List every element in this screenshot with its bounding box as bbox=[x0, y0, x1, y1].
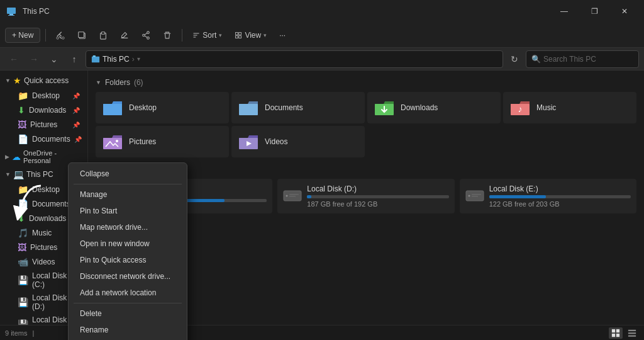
cursor: | bbox=[32, 329, 34, 337]
sidebar-pictures-label: Pictures bbox=[30, 120, 57, 129]
copy-button[interactable] bbox=[72, 28, 91, 42]
ctx-delete[interactable]: Delete bbox=[70, 305, 186, 322]
svg-rect-1 bbox=[9, 14, 13, 15]
quick-access-header[interactable]: ▼ ★ Quick access bbox=[0, 73, 87, 88]
pin-icon-dl: 📌 bbox=[72, 107, 80, 114]
svg-rect-2 bbox=[8, 15, 14, 16]
maximize-button[interactable]: ❐ bbox=[580, 1, 609, 21]
sidebar-item-pictures[interactable]: 🖼 Pictures 📌 bbox=[3, 118, 85, 132]
svg-rect-50 bbox=[612, 333, 615, 336]
pc-vid-icon: 📹 bbox=[18, 257, 28, 267]
paste-button[interactable] bbox=[94, 28, 113, 42]
folder-music[interactable]: ♪ Music bbox=[503, 92, 636, 123]
folders-section-header[interactable]: ▼ Folders (6) bbox=[96, 78, 636, 87]
close-button[interactable]: ✕ bbox=[610, 1, 639, 21]
pictures-label: Pictures bbox=[129, 137, 156, 146]
address-path[interactable]: This PC › ▾ bbox=[86, 50, 503, 68]
list-view-button[interactable] bbox=[625, 327, 639, 339]
drive-e-bar bbox=[489, 195, 546, 198]
app-icon bbox=[5, 5, 18, 18]
folder-grid: Desktop Documents Downloads ♪ bbox=[96, 92, 636, 157]
folder-pictures[interactable]: Pictures bbox=[96, 126, 229, 157]
folder-desktop[interactable]: Desktop bbox=[96, 92, 229, 123]
sort-button[interactable]: Sort ▾ bbox=[187, 28, 227, 42]
sidebar-downloads-label: Downloads bbox=[29, 106, 66, 115]
desktop-label: Desktop bbox=[129, 103, 157, 112]
search-box[interactable]: 🔍 Search This PC bbox=[526, 50, 639, 68]
svg-point-11 bbox=[143, 34, 145, 37]
pin-icon: 📌 bbox=[72, 93, 80, 99]
drive-d[interactable]: Local Disk (D:) 187 GB free of 192 GB bbox=[277, 179, 454, 213]
svg-rect-24 bbox=[103, 104, 122, 115]
address-bar: ← → ⌄ ↑ This PC › ▾ ↻ 🔍 Search This PC bbox=[0, 48, 644, 71]
view-button[interactable]: View ▾ bbox=[230, 28, 272, 42]
toolbar: + New Sort ▾ View ▾ ··· bbox=[0, 23, 644, 48]
minimize-button[interactable]: — bbox=[550, 1, 579, 21]
view-controls bbox=[609, 327, 639, 339]
ctx-rename[interactable]: Rename bbox=[70, 322, 186, 338]
svg-rect-53 bbox=[628, 332, 636, 334]
pc-c-icon: 💾 bbox=[18, 275, 28, 285]
new-button[interactable]: + New bbox=[5, 28, 40, 43]
drive-e-bar-bg bbox=[489, 195, 631, 198]
svg-line-13 bbox=[145, 35, 148, 37]
folders-label: Folders bbox=[105, 78, 130, 87]
ctx-pin-quick[interactable]: Pin to Quick access bbox=[70, 252, 186, 268]
pc-chevron: ▼ bbox=[5, 171, 11, 178]
path-pc: This PC bbox=[103, 55, 130, 64]
pin-icon-doc: 📌 bbox=[74, 136, 82, 143]
refresh-button[interactable]: ↻ bbox=[506, 50, 523, 68]
onedrive-icon: ☁ bbox=[12, 152, 21, 162]
svg-rect-14 bbox=[164, 33, 171, 33]
folders-chevron: ▼ bbox=[96, 79, 101, 86]
ctx-sep-1 bbox=[74, 184, 182, 184]
drive-d-icon bbox=[283, 187, 302, 206]
sidebar-item-downloads[interactable]: ⬇ Downloads 📌 bbox=[3, 103, 85, 117]
recent-button[interactable]: ⌄ bbox=[45, 50, 63, 68]
back-button[interactable]: ← bbox=[5, 50, 23, 68]
ctx-sep-2 bbox=[74, 303, 182, 303]
ctx-open-new[interactable]: Open in new window bbox=[70, 235, 186, 252]
pc-pic-icon: 🖼 bbox=[18, 242, 26, 252]
folders-count: (6) bbox=[134, 78, 143, 87]
svg-rect-54 bbox=[628, 335, 636, 336]
context-menu: Collapse Manage Pin to Start Map network… bbox=[68, 162, 187, 340]
up-button[interactable]: ↑ bbox=[65, 50, 83, 68]
qa-star-icon: ★ bbox=[13, 76, 21, 86]
ctx-add-network[interactable]: Add a network location bbox=[70, 285, 186, 301]
svg-rect-20 bbox=[236, 35, 238, 38]
folder-videos[interactable]: Videos bbox=[231, 126, 365, 157]
pc-music-label: Music bbox=[32, 229, 52, 237]
svg-rect-22 bbox=[92, 56, 99, 62]
ctx-pin-start[interactable]: Pin to Start bbox=[70, 203, 186, 219]
rename-button[interactable] bbox=[115, 28, 134, 42]
ctx-manage[interactable]: Manage bbox=[70, 186, 186, 203]
item-count: 9 items bbox=[5, 329, 27, 337]
share-button[interactable] bbox=[136, 28, 155, 42]
ctx-map-drive[interactable]: Map network drive... bbox=[70, 219, 186, 235]
drive-d-space: 187 GB free of 192 GB bbox=[307, 200, 448, 208]
more-button[interactable]: ··· bbox=[274, 28, 291, 42]
folder-downloads[interactable]: Downloads bbox=[367, 92, 501, 123]
drive-e[interactable]: Local Disk (E:) 122 GB free of 203 GB bbox=[460, 179, 636, 213]
pc-music-icon: 🎵 bbox=[18, 228, 28, 238]
pin-icon-pic: 📌 bbox=[72, 122, 80, 128]
ctx-disconnect[interactable]: Disconnect network drive... bbox=[70, 268, 186, 285]
cut-button[interactable] bbox=[51, 28, 70, 42]
grid-view-button[interactable] bbox=[609, 327, 623, 339]
svg-rect-18 bbox=[236, 32, 238, 35]
sidebar-item-desktop[interactable]: 📁 Desktop 📌 bbox=[3, 89, 85, 103]
ctx-collapse[interactable]: Collapse bbox=[70, 166, 186, 182]
pc-e-icon: 💾 bbox=[18, 319, 28, 325]
documents-label: Documents bbox=[265, 103, 303, 112]
svg-rect-8 bbox=[102, 31, 105, 34]
svg-rect-25 bbox=[239, 104, 258, 115]
svg-rect-19 bbox=[239, 32, 242, 35]
forward-button[interactable]: → bbox=[25, 50, 43, 68]
folder-documents[interactable]: Documents bbox=[231, 92, 365, 123]
documents-folder-icon bbox=[237, 96, 260, 119]
svg-point-40 bbox=[286, 195, 288, 196]
svg-rect-51 bbox=[616, 333, 619, 336]
sidebar-item-documents[interactable]: 📄 Documents 📌 bbox=[3, 132, 85, 146]
delete-button[interactable] bbox=[158, 28, 177, 42]
